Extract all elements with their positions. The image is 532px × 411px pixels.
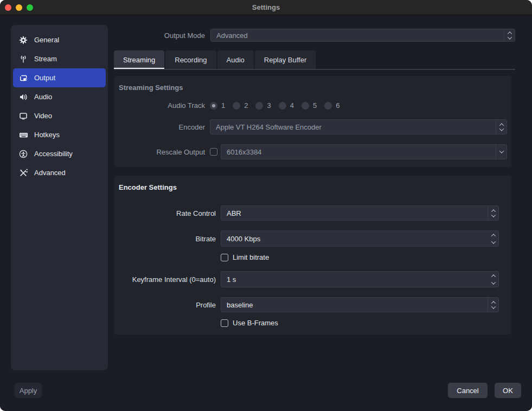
chevron-updown-icon (504, 29, 515, 41)
tab-label: Audio (227, 56, 245, 64)
window-title: Settings (0, 3, 532, 11)
ok-button-label: OK (503, 387, 513, 395)
limit-bitrate-row: Limit bitrate (114, 253, 511, 261)
audio-track-radio-1[interactable]: 1 (210, 101, 225, 110)
output-settings-pane: Output Mode Advanced Streaming Recording… (114, 15, 515, 335)
use-bframes-label: Use B-Frames (233, 319, 278, 327)
sidebar-item-label: Accessibility (34, 150, 73, 158)
settings-window: Settings Gen (0, 0, 532, 411)
bitrate-spinbox[interactable]: 4000 Kbps (221, 230, 499, 247)
streaming-settings-title: Streaming Settings (114, 80, 511, 92)
gear-icon (18, 36, 28, 44)
radio-label: 4 (290, 101, 294, 110)
chevron-down-icon (496, 145, 507, 159)
sidebar-item-accessibility[interactable]: Accessibility (13, 144, 106, 163)
profile-label: Profile (114, 301, 216, 309)
rescale-output-row: Rescale Output 6016x3384 (114, 144, 511, 159)
rate-control-select[interactable]: ABR (221, 206, 499, 221)
keyframe-interval-spinbox[interactable]: 1 s (221, 271, 499, 287)
chevron-updown-icon (496, 120, 507, 134)
rescale-resolution-combobox[interactable]: 6016x3384 (221, 144, 507, 159)
sidebar-item-general[interactable]: General (13, 30, 106, 49)
use-bframes-row: Use B-Frames (114, 319, 511, 327)
tab-recording[interactable]: Recording (165, 50, 216, 69)
spinner-arrows-icon[interactable] (488, 231, 498, 246)
sidebar-item-stream[interactable]: Stream (13, 49, 106, 68)
keyframe-interval-row: Keyframe Interval (0=auto) 1 s (114, 271, 511, 287)
tab-audio[interactable]: Audio (217, 50, 254, 69)
tab-label: Recording (175, 56, 207, 64)
output-mode-select[interactable]: Advanced (210, 29, 515, 42)
tab-replay-buffer[interactable]: Replay Buffer (255, 50, 316, 69)
audio-track-radio-2[interactable]: 2 (233, 101, 248, 110)
audio-track-label: Audio Track (114, 101, 205, 110)
sidebar-item-label: Advanced (34, 169, 66, 177)
radio-label: 1 (221, 101, 225, 110)
radio-label: 3 (267, 101, 271, 110)
rate-control-label: Rate Control (114, 209, 216, 217)
tools-icon (18, 169, 28, 177)
spinner-arrows-icon[interactable] (488, 272, 498, 287)
encoder-settings-panel: Encoder Settings Rate Control ABR Bitrat… (114, 176, 511, 335)
sidebar-item-label: Hotkeys (34, 131, 60, 139)
ok-button[interactable]: OK (495, 383, 521, 398)
cancel-button-label: Cancel (457, 387, 478, 395)
limit-bitrate-checkbox[interactable]: Limit bitrate (221, 253, 511, 261)
encoder-select[interactable]: Apple VT H264 Software Encoder (210, 119, 507, 134)
tabbar-divider (114, 69, 515, 70)
encoder-label: Encoder (114, 123, 205, 131)
accessibility-icon (18, 150, 28, 158)
radio-label: 5 (313, 101, 317, 110)
output-mode-row: Output Mode Advanced (114, 29, 515, 42)
bitrate-value: 4000 Kbps (221, 235, 488, 243)
audio-track-row: Audio Track 1 2 3 4 5 6 (114, 101, 511, 110)
apply-button[interactable]: Apply (15, 383, 42, 398)
audio-track-radio-3[interactable]: 3 (255, 101, 271, 110)
audio-track-radios: 1 2 3 4 5 6 (210, 101, 339, 110)
sidebar-item-label: Audio (34, 93, 52, 101)
speaker-icon (18, 93, 28, 101)
chevron-updown-icon (488, 298, 498, 312)
sidebar-item-hotkeys[interactable]: Hotkeys (13, 125, 106, 144)
settings-body: General Stream (0, 15, 532, 411)
sidebar-item-audio[interactable]: Audio (13, 87, 106, 106)
output-mode-label: Output Mode (114, 31, 205, 40)
audio-track-radio-6[interactable]: 6 (324, 101, 339, 110)
encoder-value: Apple VT H264 Software Encoder (210, 123, 496, 131)
encoder-settings-title: Encoder Settings (114, 180, 511, 191)
sidebar-item-label: Output (34, 74, 55, 82)
audio-track-radio-4[interactable]: 4 (279, 101, 294, 110)
keyframe-interval-label: Keyframe Interval (0=auto) (114, 275, 216, 284)
output-mode-value: Advanced (211, 31, 504, 40)
chevron-updown-icon (488, 206, 498, 220)
rate-control-row: Rate Control ABR (114, 206, 511, 221)
sidebar-item-label: Video (34, 112, 52, 120)
radio-label: 2 (244, 101, 248, 110)
antenna-icon (18, 55, 28, 63)
output-icon (18, 74, 28, 82)
cancel-button[interactable]: Cancel (448, 383, 488, 398)
bitrate-row: Bitrate 4000 Kbps (114, 230, 511, 247)
encoder-row: Encoder Apple VT H264 Software Encoder (114, 119, 511, 134)
profile-select[interactable]: baseline (221, 297, 499, 312)
sidebar-item-video[interactable]: Video (13, 106, 106, 125)
titlebar: Settings (0, 0, 532, 15)
sidebar-item-output[interactable]: Output (13, 68, 106, 87)
bitrate-label: Bitrate (114, 235, 216, 243)
use-bframes-checkbox[interactable]: Use B-Frames (221, 319, 511, 327)
rate-control-value: ABR (221, 209, 488, 217)
profile-value: baseline (221, 301, 488, 309)
sidebar-item-advanced[interactable]: Advanced (13, 163, 106, 182)
sidebar-item-label: Stream (34, 55, 57, 63)
streaming-settings-panel: Streaming Settings Audio Track 1 2 3 4 5… (114, 76, 511, 167)
apply-button-label: Apply (20, 387, 37, 395)
keyboard-icon (18, 131, 28, 139)
limit-bitrate-label: Limit bitrate (233, 253, 269, 261)
tab-label: Replay Buffer (264, 56, 307, 64)
rescale-resolution-value: 6016x3384 (221, 148, 496, 156)
rescale-output-label: Rescale Output (114, 148, 205, 156)
rescale-output-checkbox[interactable] (210, 148, 217, 156)
audio-track-radio-5[interactable]: 5 (302, 101, 317, 110)
output-tabs: Streaming Recording Audio Replay Buffer (114, 50, 515, 69)
tab-streaming[interactable]: Streaming (114, 50, 164, 69)
